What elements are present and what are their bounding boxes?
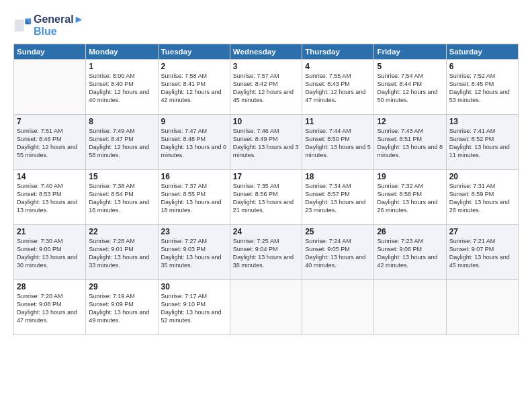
day-info: Sunrise: 7:55 AMSunset: 8:43 PMDaylight:…	[305, 72, 371, 105]
day-info: Sunrise: 7:21 AMSunset: 9:07 PMDaylight:…	[449, 237, 515, 270]
calendar-page: General► Blue SundayMondayTuesdayWednesd…	[0, 0, 532, 411]
weekday-header-thursday: Thursday	[302, 44, 374, 59]
calendar-cell: 1Sunrise: 8:00 AMSunset: 8:40 PMDaylight…	[86, 59, 158, 114]
calendar-cell: 12Sunrise: 7:43 AMSunset: 8:51 PMDayligh…	[374, 114, 446, 169]
weekday-header-sunday: Sunday	[14, 44, 86, 59]
day-info: Sunrise: 7:51 AMSunset: 8:46 PMDaylight:…	[17, 127, 83, 160]
calendar-cell: 21Sunrise: 7:30 AMSunset: 9:00 PMDayligh…	[14, 224, 86, 279]
day-info: Sunrise: 7:44 AMSunset: 8:50 PMDaylight:…	[305, 127, 371, 160]
day-info: Sunrise: 7:25 AMSunset: 9:04 PMDaylight:…	[233, 237, 299, 270]
day-number: 26	[377, 227, 443, 236]
calendar-cell: 15Sunrise: 7:38 AMSunset: 8:54 PMDayligh…	[86, 169, 158, 224]
day-info: Sunrise: 7:46 AMSunset: 8:49 PMDaylight:…	[233, 127, 299, 160]
day-number: 20	[449, 172, 515, 181]
day-number: 24	[233, 227, 299, 236]
day-info: Sunrise: 7:24 AMSunset: 9:05 PMDaylight:…	[305, 237, 371, 270]
day-number: 5	[377, 62, 443, 71]
day-number: 16	[161, 172, 227, 181]
weekday-header-row: SundayMondayTuesdayWednesdayThursdayFrid…	[14, 44, 519, 59]
day-number: 6	[449, 62, 515, 71]
logo-text: General► Blue	[34, 13, 84, 38]
day-number: 10	[233, 117, 299, 126]
day-info: Sunrise: 7:41 AMSunset: 8:52 PMDaylight:…	[449, 127, 515, 160]
calendar-cell	[446, 279, 518, 334]
calendar-cell: 30Sunrise: 7:17 AMSunset: 9:10 PMDayligh…	[158, 279, 230, 334]
week-row-4: 21Sunrise: 7:30 AMSunset: 9:00 PMDayligh…	[14, 224, 519, 279]
day-number: 23	[161, 227, 227, 236]
calendar-cell	[302, 279, 374, 334]
calendar-cell: 3Sunrise: 7:57 AMSunset: 8:42 PMDaylight…	[230, 59, 302, 114]
day-info: Sunrise: 7:40 AMSunset: 8:53 PMDaylight:…	[17, 182, 83, 215]
day-info: Sunrise: 7:30 AMSunset: 9:00 PMDaylight:…	[17, 237, 83, 270]
day-info: Sunrise: 7:20 AMSunset: 9:08 PMDaylight:…	[17, 292, 83, 325]
day-number: 2	[161, 62, 227, 71]
weekday-header-monday: Monday	[86, 44, 158, 59]
calendar-cell: 8Sunrise: 7:49 AMSunset: 8:47 PMDaylight…	[86, 114, 158, 169]
week-row-2: 7Sunrise: 7:51 AMSunset: 8:46 PMDaylight…	[14, 114, 519, 169]
calendar-cell: 24Sunrise: 7:25 AMSunset: 9:04 PMDayligh…	[230, 224, 302, 279]
calendar-cell: 9Sunrise: 7:47 AMSunset: 8:48 PMDaylight…	[158, 114, 230, 169]
calendar-cell	[14, 59, 86, 114]
day-number: 11	[305, 117, 371, 126]
day-info: Sunrise: 7:37 AMSunset: 8:55 PMDaylight:…	[161, 182, 227, 215]
week-row-5: 28Sunrise: 7:20 AMSunset: 9:08 PMDayligh…	[14, 279, 519, 334]
calendar-table: SundayMondayTuesdayWednesdayThursdayFrid…	[13, 44, 519, 335]
calendar-cell	[374, 279, 446, 334]
calendar-cell: 17Sunrise: 7:35 AMSunset: 8:56 PMDayligh…	[230, 169, 302, 224]
calendar-cell: 23Sunrise: 7:27 AMSunset: 9:03 PMDayligh…	[158, 224, 230, 279]
calendar-cell: 28Sunrise: 7:20 AMSunset: 9:08 PMDayligh…	[14, 279, 86, 334]
day-number: 8	[89, 117, 154, 126]
calendar-cell: 25Sunrise: 7:24 AMSunset: 9:05 PMDayligh…	[302, 224, 374, 279]
week-row-3: 14Sunrise: 7:40 AMSunset: 8:53 PMDayligh…	[14, 169, 519, 224]
svg-rect-3	[15, 20, 24, 32]
day-number: 30	[161, 282, 227, 291]
calendar-cell: 2Sunrise: 7:58 AMSunset: 8:41 PMDaylight…	[158, 59, 230, 114]
day-info: Sunrise: 7:32 AMSunset: 8:58 PMDaylight:…	[377, 182, 443, 215]
day-info: Sunrise: 7:34 AMSunset: 8:57 PMDaylight:…	[305, 182, 371, 215]
calendar-cell: 11Sunrise: 7:44 AMSunset: 8:50 PMDayligh…	[302, 114, 374, 169]
day-number: 7	[17, 117, 83, 126]
weekday-header-saturday: Saturday	[446, 44, 518, 59]
calendar-cell: 26Sunrise: 7:23 AMSunset: 9:06 PMDayligh…	[374, 224, 446, 279]
calendar-cell: 22Sunrise: 7:28 AMSunset: 9:01 PMDayligh…	[86, 224, 158, 279]
calendar-cell: 18Sunrise: 7:34 AMSunset: 8:57 PMDayligh…	[302, 169, 374, 224]
weekday-header-wednesday: Wednesday	[230, 44, 302, 59]
day-number: 12	[377, 117, 443, 126]
calendar-cell: 27Sunrise: 7:21 AMSunset: 9:07 PMDayligh…	[446, 224, 518, 279]
calendar-cell: 19Sunrise: 7:32 AMSunset: 8:58 PMDayligh…	[374, 169, 446, 224]
day-info: Sunrise: 7:23 AMSunset: 9:06 PMDaylight:…	[377, 237, 443, 270]
day-number: 22	[89, 227, 154, 236]
day-number: 19	[377, 172, 443, 181]
day-number: 13	[449, 117, 515, 126]
calendar-cell: 7Sunrise: 7:51 AMSunset: 8:46 PMDaylight…	[14, 114, 86, 169]
day-info: Sunrise: 7:54 AMSunset: 8:44 PMDaylight:…	[377, 72, 443, 105]
logo-icon	[13, 16, 32, 35]
day-number: 28	[17, 282, 83, 291]
day-info: Sunrise: 7:57 AMSunset: 8:42 PMDaylight:…	[233, 72, 299, 105]
day-number: 29	[89, 282, 154, 291]
day-info: Sunrise: 7:27 AMSunset: 9:03 PMDaylight:…	[161, 237, 227, 270]
day-info: Sunrise: 7:52 AMSunset: 8:45 PMDaylight:…	[449, 72, 515, 105]
day-number: 15	[89, 172, 154, 181]
day-info: Sunrise: 8:00 AMSunset: 8:40 PMDaylight:…	[89, 72, 154, 105]
weekday-header-friday: Friday	[374, 44, 446, 59]
day-number: 9	[161, 117, 227, 126]
calendar-cell: 29Sunrise: 7:19 AMSunset: 9:09 PMDayligh…	[86, 279, 158, 334]
day-info: Sunrise: 7:35 AMSunset: 8:56 PMDaylight:…	[233, 182, 299, 215]
day-number: 4	[305, 62, 371, 71]
calendar-cell	[230, 279, 302, 334]
day-number: 27	[449, 227, 515, 236]
day-info: Sunrise: 7:49 AMSunset: 8:47 PMDaylight:…	[89, 127, 154, 160]
week-row-1: 1Sunrise: 8:00 AMSunset: 8:40 PMDaylight…	[14, 59, 519, 114]
day-info: Sunrise: 7:38 AMSunset: 8:54 PMDaylight:…	[89, 182, 154, 215]
day-number: 18	[305, 172, 371, 181]
day-number: 3	[233, 62, 299, 71]
day-info: Sunrise: 7:31 AMSunset: 8:59 PMDaylight:…	[449, 182, 515, 215]
logo: General► Blue	[13, 13, 84, 38]
day-number: 14	[17, 172, 83, 181]
day-number: 21	[17, 227, 83, 236]
calendar-cell: 4Sunrise: 7:55 AMSunset: 8:43 PMDaylight…	[302, 59, 374, 114]
calendar-cell: 13Sunrise: 7:41 AMSunset: 8:52 PMDayligh…	[446, 114, 518, 169]
day-info: Sunrise: 7:17 AMSunset: 9:10 PMDaylight:…	[161, 292, 227, 325]
day-info: Sunrise: 7:19 AMSunset: 9:09 PMDaylight:…	[89, 292, 154, 325]
